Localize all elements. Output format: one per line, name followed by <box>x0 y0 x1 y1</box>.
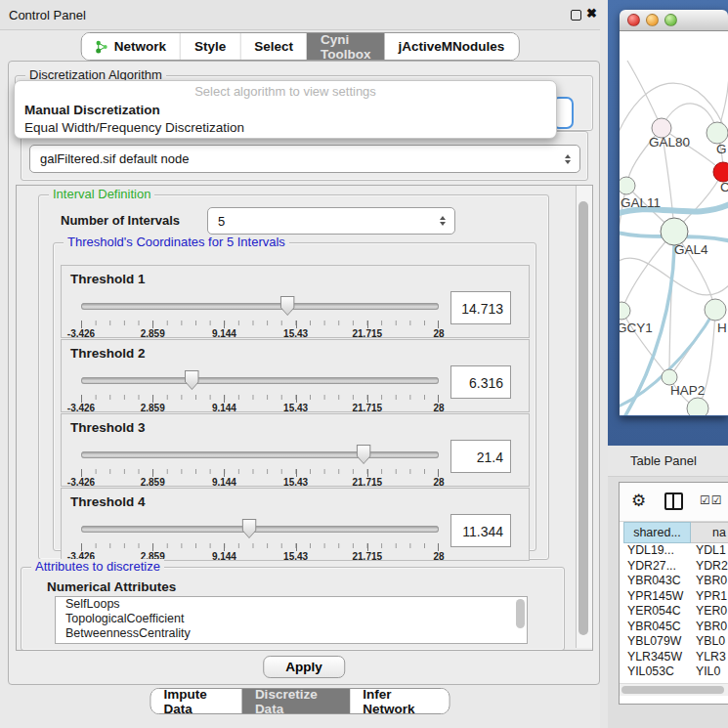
table-data-combobox[interactable]: galFiltered.sif default node <box>29 145 580 173</box>
slider-track[interactable] <box>81 451 439 458</box>
tick-label: 9.144 <box>212 551 236 562</box>
table-row[interactable]: YBL079W YBL0 <box>620 634 728 650</box>
column-header-shared-name[interactable]: shared... <box>623 522 691 543</box>
option-equal-width-frequency[interactable]: Equal Width/Frequency Discretization <box>15 119 556 137</box>
select-columns-checkboxes-icon[interactable]: ☑☑ <box>700 493 723 507</box>
column-header-name[interactable]: na <box>691 522 728 543</box>
tick-label: 21.715 <box>353 551 383 562</box>
network-graph <box>620 31 728 415</box>
threshold-2-slider[interactable] <box>81 367 439 393</box>
table-row[interactable]: YER054C YER0 <box>620 604 728 620</box>
tab-impute-data[interactable]: Impute Data <box>151 689 242 713</box>
table-row[interactable]: YBR043C YBR0 <box>620 574 728 589</box>
interval-definition-group: Interval Definition Number of Intervals … <box>38 194 549 560</box>
tab-select-label: Select <box>254 39 293 54</box>
attributes-group-title: Attributes to discretize <box>31 559 164 574</box>
attributes-to-discretize-group: Attributes to discretize Numerical Attri… <box>21 567 565 651</box>
table-row[interactable]: YBR045C YBR0 <box>620 620 728 635</box>
numerical-attributes-list[interactable]: SelfLoopsTopologicalCoefficientBetweenne… <box>55 596 528 644</box>
list-item[interactable]: TopologicalCoefficient <box>56 612 527 626</box>
slider-ticks <box>81 321 439 328</box>
table-row[interactable]: YIL053C YIL0 <box>620 664 728 680</box>
settings-scrollbar[interactable] <box>576 186 592 648</box>
close-icon[interactable]: ✖ <box>586 6 597 21</box>
slider-ticks <box>81 543 439 551</box>
settings-scrollbar-thumb[interactable] <box>578 201 588 635</box>
slider-track[interactable] <box>81 377 439 384</box>
threshold-4-panel: Threshold 4 -3.4262.8599.14415.4321.7152… <box>61 488 530 561</box>
tick-label: 2.859 <box>141 477 165 488</box>
table-row[interactable]: YPR145W YPR1 <box>620 589 728 605</box>
threshold-1-label: Threshold 1 <box>70 272 146 286</box>
minimize-traffic-light[interactable] <box>646 14 659 26</box>
cell-name: YBR0 <box>691 574 728 589</box>
table-row[interactable]: YDR27... YDR2 <box>620 559 728 575</box>
cell-name: YPR1 <box>691 589 728 605</box>
right-region: GAL80 G C GAL11 GAL4 GCY1 H HAP2 Table P… <box>608 0 728 728</box>
network-window-titlebar[interactable] <box>620 10 728 31</box>
columns-icon[interactable] <box>664 492 683 510</box>
table-panel-title: Table Panel <box>630 453 697 468</box>
table-horizontal-scrollbar-thumb[interactable] <box>621 686 724 694</box>
cell-shared-name: YER054C <box>623 604 691 620</box>
table-horizontal-scrollbar[interactable] <box>620 683 728 696</box>
slider-thumb[interactable] <box>280 296 295 316</box>
tick-label: 15.43 <box>283 403 308 413</box>
slider-thumb[interactable] <box>242 519 257 538</box>
gear-icon[interactable]: ⚙ <box>631 491 646 511</box>
settings-scroll-viewport: Interval Definition Number of Intervals … <box>16 185 593 651</box>
apply-button[interactable]: Apply <box>263 656 345 678</box>
network-canvas[interactable]: GAL80 G C GAL11 GAL4 GCY1 H HAP2 <box>620 31 728 415</box>
slider-track[interactable] <box>81 526 439 533</box>
threshold-4-value-field[interactable]: 11.344 <box>450 514 511 547</box>
number-of-intervals-value: 5 <box>208 214 440 229</box>
threshold-3-slider[interactable] <box>81 442 439 467</box>
node-label-hap2: HAP2 <box>670 383 705 398</box>
slider-track[interactable] <box>81 303 439 310</box>
slider-thumb[interactable] <box>357 445 371 464</box>
tab-style[interactable]: Style <box>180 33 239 60</box>
threshold-3-value-field[interactable]: 21.4 <box>450 440 511 473</box>
table-row[interactable]: YLR345W YLR3 <box>620 650 728 665</box>
spinner-arrows-icon <box>565 154 571 164</box>
close-traffic-light[interactable] <box>627 14 640 26</box>
tick-label: 9.144 <box>212 403 236 413</box>
threshold-4-slider[interactable] <box>81 516 439 541</box>
tab-select[interactable]: Select <box>239 33 307 60</box>
node-label-gal4: GAL4 <box>674 242 708 257</box>
list-scrollbar-thumb[interactable] <box>516 599 525 628</box>
slider-thumb[interactable] <box>185 370 199 390</box>
list-item[interactable]: SelfLoops <box>56 597 527 612</box>
table-row[interactable]: YDL19... YDL1 <box>620 543 728 559</box>
tick-label: 21.715 <box>353 477 383 488</box>
tick-label: 9.144 <box>212 328 236 339</box>
cell-name: YDL1 <box>691 543 728 559</box>
threshold-coordinates-group: Threshold's Coordinates for 5 Intervals … <box>53 242 536 551</box>
tick-label: 21.715 <box>353 403 383 413</box>
number-of-intervals-combobox[interactable]: 5 <box>207 207 455 235</box>
node-table: ⚙ ☑☑ shared... na YDL19... YDL1 YDR27... <box>619 482 728 705</box>
list-item[interactable]: BetweennessCentrality <box>56 626 527 641</box>
tab-discretize-data-label: Discretize Data <box>255 688 337 714</box>
threshold-1-slider[interactable] <box>81 293 439 319</box>
tab-cyni-toolbox[interactable]: Cyni Toolbox <box>307 33 384 60</box>
threshold-1-value-field[interactable]: 14.713 <box>450 291 511 324</box>
node-label-gal11: GAL11 <box>621 195 661 210</box>
tab-jactivemnodules[interactable]: jActiveMNodules <box>385 33 519 60</box>
tab-discretize-data[interactable]: Discretize Data <box>242 689 350 713</box>
zoom-traffic-light[interactable] <box>664 14 677 26</box>
threshold-4-label: Threshold 4 <box>70 494 146 509</box>
threshold-coordinates-title: Threshold's Coordinates for 5 Intervals <box>64 235 289 249</box>
tab-infer-network[interactable]: Infer Network <box>350 689 449 713</box>
option-manual-discretization[interactable]: Manual Discretization <box>15 102 556 119</box>
table-panel-header: Table Panel <box>608 446 728 477</box>
threshold-2-value-field[interactable]: 6.316 <box>450 365 511 399</box>
tick-label: -3.426 <box>67 477 95 488</box>
tab-network[interactable]: Network <box>82 33 180 60</box>
algorithm-placeholder: Select algorithm to view settings <box>15 81 556 102</box>
tick-label: -3.426 <box>67 403 95 413</box>
cyni-toolbox-panel: Discretization Algorithm Select algorith… <box>8 61 600 685</box>
float-window-icon[interactable] <box>571 10 581 21</box>
interval-definition-title: Interval Definition <box>49 187 154 201</box>
tick-label: 9.144 <box>212 477 236 488</box>
